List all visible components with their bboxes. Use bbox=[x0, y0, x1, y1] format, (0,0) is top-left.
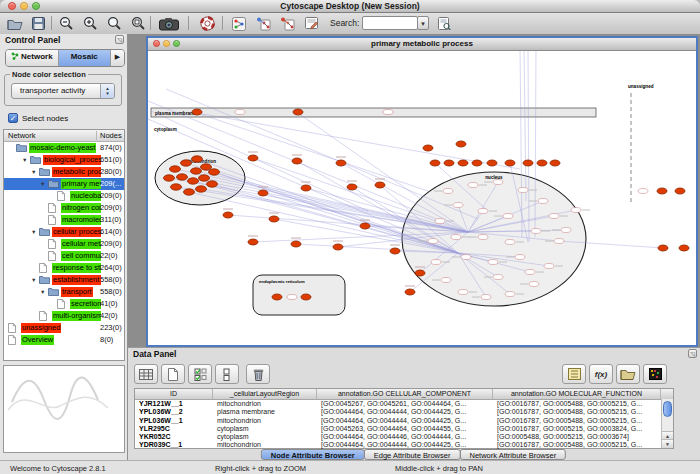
network-node-selected[interactable] bbox=[188, 178, 199, 184]
table-row[interactable]: YLR295Ccytoplasm[GO:0045263, GO:0044464,… bbox=[135, 425, 673, 433]
tree-row[interactable]: nitrogen compo209(0) bbox=[4, 202, 124, 214]
network-node-selected[interactable] bbox=[458, 160, 468, 166]
network-node[interactable] bbox=[488, 260, 498, 265]
network-node-selected[interactable] bbox=[550, 160, 560, 166]
network-node[interactable] bbox=[493, 180, 503, 185]
network-node[interactable] bbox=[571, 208, 581, 213]
select-attributes-icon[interactable] bbox=[188, 364, 212, 384]
network-node[interactable] bbox=[443, 189, 453, 194]
network-node-selected[interactable] bbox=[291, 241, 301, 247]
network-node[interactable] bbox=[638, 189, 648, 194]
network-node[interactable] bbox=[481, 295, 491, 300]
network-node-selected[interactable] bbox=[191, 168, 202, 174]
network-node-selected[interactable] bbox=[196, 186, 207, 192]
tab-network[interactable]: Network bbox=[6, 50, 59, 66]
network-node[interactable] bbox=[561, 228, 571, 233]
network-window-titlebar[interactable]: primary metabolic process bbox=[148, 38, 696, 51]
zoom-selected-icon[interactable] bbox=[127, 14, 149, 33]
network-node-selected[interactable] bbox=[430, 160, 440, 166]
select-nodes-checkbox[interactable]: ✓ bbox=[8, 113, 18, 123]
birdseye-overview-panel[interactable] bbox=[3, 365, 125, 453]
expander-icon[interactable]: ▼ bbox=[40, 178, 45, 190]
table-row[interactable]: YKR052Ccytoplasm[GO:0044464, GO:0044446,… bbox=[135, 433, 673, 441]
zoom-out-icon[interactable] bbox=[55, 14, 77, 33]
network-node-selected[interactable] bbox=[301, 185, 311, 191]
tab-mosaic[interactable]: Mosaic bbox=[59, 50, 112, 66]
layout-red-icon[interactable] bbox=[276, 14, 298, 33]
scroll-down-arrow[interactable]: ▼ bbox=[662, 439, 673, 448]
search-input[interactable] bbox=[362, 16, 418, 30]
network-canvas[interactable]: plasma membrane cytoplasm mitochondrion … bbox=[148, 51, 696, 345]
save-session-icon[interactable] bbox=[27, 14, 49, 33]
tree-row[interactable]: response to stimulu264(0) bbox=[4, 262, 124, 274]
tree-row[interactable]: ▼metabolic process280(0) bbox=[4, 166, 124, 178]
network-node-selected[interactable] bbox=[292, 158, 302, 164]
network-node[interactable] bbox=[515, 255, 525, 260]
network-node[interactable] bbox=[529, 282, 539, 287]
expander-icon[interactable]: ▼ bbox=[31, 226, 36, 238]
node-color-dropdown[interactable]: transporter activity ▲▼ bbox=[11, 83, 115, 99]
network-node[interactable] bbox=[235, 110, 245, 115]
tree-row[interactable]: ▼primary metabo209(... bbox=[4, 178, 124, 190]
network-node-selected[interactable] bbox=[177, 174, 188, 180]
network-node-selected[interactable] bbox=[390, 248, 400, 254]
network-node[interactable] bbox=[549, 214, 559, 219]
tree-row[interactable]: ▼cellular process614(0) bbox=[4, 226, 124, 238]
network-node-selected[interactable] bbox=[679, 245, 689, 251]
col-id[interactable]: ID bbox=[135, 389, 213, 399]
tab-overflow-arrow[interactable]: ▶ bbox=[111, 50, 124, 66]
network-node-selected[interactable] bbox=[293, 109, 303, 115]
attribute-table-header[interactable]: ID _cellularLayoutRegion annotation.GO C… bbox=[135, 389, 673, 400]
network-node[interactable] bbox=[518, 188, 528, 193]
tree-row[interactable]: secretion41(0) bbox=[4, 298, 124, 310]
network-node-selected[interactable] bbox=[207, 181, 218, 187]
network-node[interactable] bbox=[503, 214, 513, 219]
network-node-selected[interactable] bbox=[333, 244, 343, 250]
new-attribute-icon[interactable] bbox=[161, 364, 185, 384]
network-node-selected[interactable] bbox=[472, 160, 482, 166]
network-node-selected[interactable] bbox=[248, 239, 258, 245]
network-node-selected[interactable] bbox=[505, 160, 515, 166]
network-node[interactable] bbox=[538, 199, 548, 204]
network-node[interactable] bbox=[505, 240, 515, 245]
annotation-page-icon[interactable] bbox=[300, 14, 322, 33]
attribute-table[interactable]: ID _cellularLayoutRegion annotation.GO C… bbox=[134, 388, 674, 449]
network-node[interactable] bbox=[478, 235, 488, 240]
zoom-in-icon[interactable] bbox=[79, 14, 101, 33]
network-node-selected[interactable] bbox=[223, 212, 233, 218]
tab-node-attribute-browser[interactable]: Node Attribute Browser bbox=[261, 449, 365, 460]
network-node-selected[interactable] bbox=[171, 184, 182, 190]
network-node[interactable] bbox=[493, 275, 503, 280]
network-node[interactable] bbox=[554, 239, 564, 244]
network-node-selected[interactable] bbox=[336, 160, 346, 166]
tree-row[interactable]: ▼biological_process651(0) bbox=[4, 154, 124, 166]
network-node[interactable] bbox=[544, 264, 554, 269]
network-node-selected[interactable] bbox=[301, 294, 311, 300]
table-row[interactable]: YPL036W__1mitochondrion[GO:0044464, GO:0… bbox=[135, 417, 673, 425]
network-node-selected[interactable] bbox=[523, 160, 533, 166]
tree-row[interactable]: ▼establishment of lo558(0) bbox=[4, 274, 124, 286]
network-node[interactable] bbox=[525, 270, 535, 275]
network-node-selected[interactable] bbox=[192, 109, 202, 115]
expander-icon[interactable]: ▼ bbox=[31, 274, 36, 286]
network-node[interactable] bbox=[458, 290, 468, 295]
expander-icon[interactable]: ▼ bbox=[22, 154, 27, 166]
search-options-icon[interactable] bbox=[433, 14, 455, 33]
unselect-attributes-icon[interactable] bbox=[215, 364, 239, 384]
network-node[interactable] bbox=[431, 260, 441, 265]
network-node-selected[interactable] bbox=[201, 164, 212, 170]
network-node-selected[interactable] bbox=[269, 216, 279, 222]
network-node-selected[interactable] bbox=[675, 188, 685, 194]
network-tree-header[interactable]: Network Nodes bbox=[4, 130, 124, 142]
network-node-selected[interactable] bbox=[181, 160, 192, 166]
network-node-selected[interactable] bbox=[405, 289, 415, 295]
network-node-selected[interactable] bbox=[456, 141, 466, 147]
layout-blue-icon[interactable] bbox=[252, 14, 274, 33]
minimize-button[interactable] bbox=[20, 2, 28, 10]
search-dropdown-arrow[interactable]: ▼ bbox=[417, 16, 429, 30]
delete-attribute-trash-icon[interactable] bbox=[246, 364, 270, 384]
network-node[interactable] bbox=[505, 292, 515, 297]
network-node-selected[interactable] bbox=[347, 184, 357, 190]
expander-icon[interactable]: ▼ bbox=[40, 286, 45, 298]
network-node[interactable] bbox=[435, 219, 445, 224]
